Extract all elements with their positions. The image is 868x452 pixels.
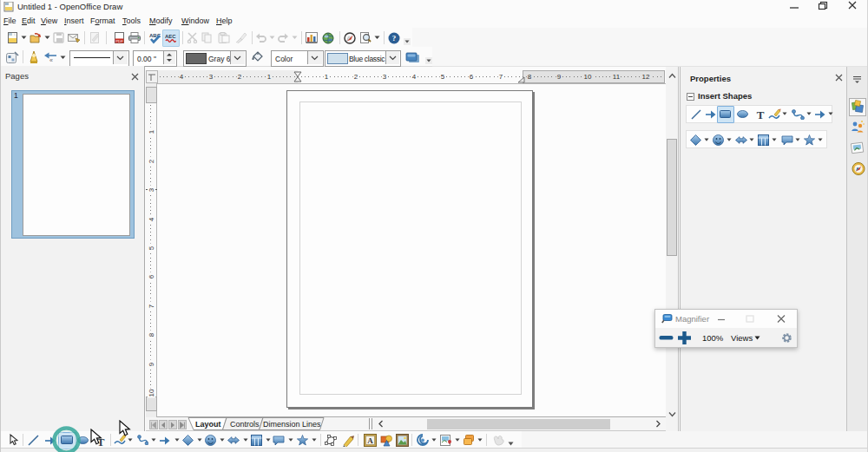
svg-text:PDF: PDF	[115, 39, 123, 43]
svg-text:«: «	[49, 57, 53, 63]
svg-text:?: ?	[392, 34, 397, 43]
svg-text:AEC: AEC	[165, 34, 176, 39]
svg-text:A: A	[367, 436, 373, 445]
svg-text:T: T	[757, 108, 765, 120]
